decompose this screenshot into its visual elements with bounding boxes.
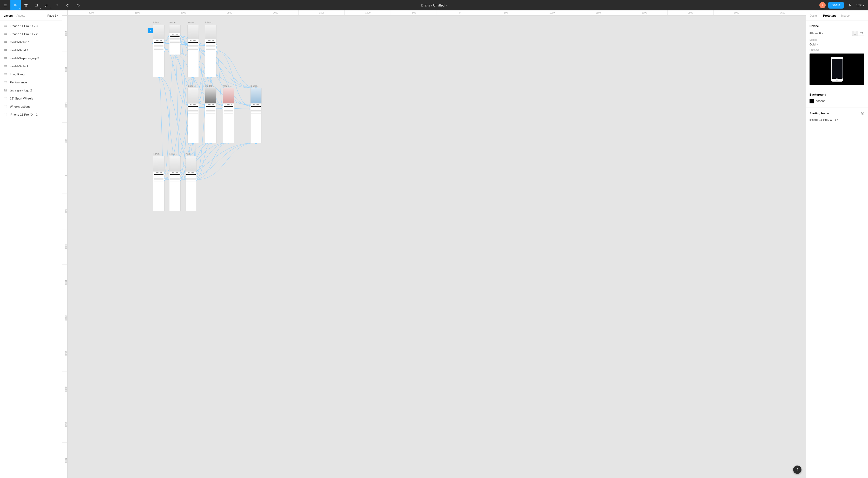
background-color-row[interactable]: 000000 bbox=[809, 99, 864, 103]
ruler-tick: 3500 bbox=[760, 10, 806, 15]
canvas-frame[interactable]: Long… bbox=[169, 156, 180, 211]
car-image bbox=[250, 88, 261, 104]
canvas-frame[interactable]: model… bbox=[223, 88, 234, 143]
car-image bbox=[153, 25, 164, 39]
layer-row[interactable]: 19" Sport Wheels bbox=[0, 94, 62, 102]
frame-icon bbox=[4, 113, 7, 116]
car-image bbox=[205, 88, 216, 104]
pen-icon bbox=[45, 3, 49, 7]
frame-label[interactable]: model… bbox=[250, 85, 259, 87]
canvas[interactable]: iPhon…Wheel…iPhon…iPhon…model…model…mode… bbox=[68, 15, 806, 478]
left-panel-tabs: Layers Assets Page 1 ▾ bbox=[0, 10, 62, 21]
tab-design[interactable]: Design bbox=[809, 14, 818, 17]
color-dots bbox=[169, 172, 180, 173]
tab-layers[interactable]: Layers bbox=[4, 14, 13, 17]
model-select[interactable]: Gold ▾ bbox=[809, 43, 864, 46]
canvas-frame[interactable]: model… bbox=[205, 88, 216, 143]
layer-row[interactable]: iPhone 11 Pro / X - 1 bbox=[0, 110, 62, 119]
device-select[interactable]: iPhone 8 ▾ bbox=[809, 32, 823, 35]
hand-tool[interactable] bbox=[62, 0, 73, 10]
tab-prototype[interactable]: Prototype bbox=[823, 14, 836, 17]
model-value: Gold bbox=[809, 43, 815, 46]
ruler-tick: -1500 bbox=[62, 51, 67, 87]
frame-content bbox=[186, 156, 196, 211]
canvas-frame[interactable]: Wheel… bbox=[169, 25, 180, 55]
layer-row[interactable]: model-3-red 1 bbox=[0, 46, 62, 54]
canvas-frame[interactable]: iPhon… bbox=[188, 25, 198, 77]
info-icon[interactable] bbox=[861, 111, 864, 115]
color-dots bbox=[223, 104, 234, 105]
svg-rect-0 bbox=[35, 4, 37, 6]
move-tool[interactable]: ▾ bbox=[10, 0, 21, 10]
frame-tool[interactable]: ▾ bbox=[21, 0, 31, 10]
shape-tool[interactable]: ▾ bbox=[31, 0, 41, 10]
orientation-landscape[interactable] bbox=[858, 31, 864, 36]
layer-row[interactable]: iPhone 11 Pro / X - 3 bbox=[0, 22, 62, 30]
layer-row[interactable]: Wheels options bbox=[0, 102, 62, 110]
comment-tool[interactable] bbox=[73, 0, 83, 10]
chevron-down-icon: ▾ bbox=[51, 7, 52, 9]
frame-label[interactable]: model… bbox=[205, 85, 214, 87]
frame-label[interactable]: iPhon… bbox=[205, 21, 214, 24]
prototype-start-flag[interactable] bbox=[148, 28, 153, 33]
pen-tool[interactable]: ▾ bbox=[41, 0, 52, 10]
layer-row[interactable]: model-3-black bbox=[0, 62, 62, 70]
chevron-down-icon: ▾ bbox=[30, 7, 31, 9]
color-dots bbox=[169, 33, 180, 35]
layer-row[interactable]: Performance bbox=[0, 78, 62, 86]
canvas-frame[interactable]: model… bbox=[188, 88, 198, 143]
color-dots bbox=[186, 172, 196, 173]
canvas-frame[interactable]: 19" S… bbox=[153, 156, 164, 211]
background-value: 000000 bbox=[816, 100, 826, 103]
layer-name: Long Rang bbox=[10, 73, 24, 76]
zoom-dropdown[interactable]: 13% ▾ bbox=[856, 4, 864, 7]
ruler-tick: 500 bbox=[62, 194, 67, 229]
main-menu-button[interactable] bbox=[0, 0, 10, 10]
layer-row[interactable]: tesla-grey logo 2 bbox=[0, 86, 62, 94]
tab-assets[interactable]: Assets bbox=[17, 14, 25, 17]
chevron-down-icon: ▾ bbox=[837, 119, 838, 121]
layer-row[interactable]: model-3-space-grey-2 bbox=[0, 54, 62, 62]
frame-label[interactable]: model… bbox=[223, 85, 232, 87]
canvas-area[interactable]: -4000-3500-3000-2500-2000-1500-1000-5000… bbox=[62, 10, 806, 478]
frame-label[interactable]: Perf… bbox=[186, 153, 192, 155]
ruler-tick: 3500 bbox=[62, 407, 67, 442]
ruler-tick: 500 bbox=[483, 10, 529, 15]
cta-bar bbox=[206, 106, 215, 107]
page-selector[interactable]: Page 1 ▾ bbox=[47, 14, 59, 17]
color-dots bbox=[153, 172, 164, 173]
cta-bar bbox=[186, 174, 196, 175]
spec-lines bbox=[205, 43, 216, 50]
device-section: Device iPhone 8 ▾ Model Gold ▾ bbox=[806, 21, 868, 89]
user-avatar[interactable]: E bbox=[819, 2, 826, 8]
starting-frame-select[interactable]: iPhone 11 Pro / X - 1 ▾ bbox=[809, 118, 864, 121]
document-title[interactable]: Drafts / Untitled ▾ bbox=[421, 3, 447, 7]
frame-label[interactable]: iPhon… bbox=[188, 21, 196, 24]
color-dots bbox=[205, 104, 216, 105]
play-icon bbox=[149, 29, 152, 32]
tab-inspect[interactable]: Inspect bbox=[841, 14, 850, 17]
ruler-tick: -500 bbox=[62, 122, 67, 158]
frame-label[interactable]: Long… bbox=[169, 153, 177, 155]
present-button[interactable] bbox=[846, 2, 854, 9]
orientation-portrait[interactable] bbox=[852, 31, 858, 36]
frame-label[interactable]: model… bbox=[188, 85, 196, 87]
frame-label[interactable]: 19" S… bbox=[153, 153, 161, 155]
canvas-frame[interactable]: iPhon… bbox=[205, 25, 216, 77]
layer-row[interactable]: model-3-blue 1 bbox=[0, 38, 62, 46]
canvas-frame[interactable]: Perf… bbox=[186, 156, 196, 211]
frame-content bbox=[250, 88, 261, 143]
share-button[interactable]: Share bbox=[828, 2, 844, 8]
frame-label[interactable]: Wheel… bbox=[169, 21, 179, 24]
car-image bbox=[186, 156, 196, 172]
cta-bar bbox=[154, 42, 163, 43]
help-button[interactable]: ? bbox=[793, 466, 802, 474]
canvas-frame[interactable]: model… bbox=[250, 88, 261, 143]
car-image bbox=[205, 25, 216, 39]
frame-label[interactable]: iPhon… bbox=[153, 21, 162, 24]
car-image bbox=[169, 156, 180, 172]
canvas-frame[interactable]: iPhon… bbox=[153, 25, 164, 77]
layer-row[interactable]: iPhone 11 Pro / X - 2 bbox=[0, 30, 62, 38]
layer-row[interactable]: Long Rang bbox=[0, 70, 62, 78]
text-tool[interactable] bbox=[52, 0, 62, 10]
